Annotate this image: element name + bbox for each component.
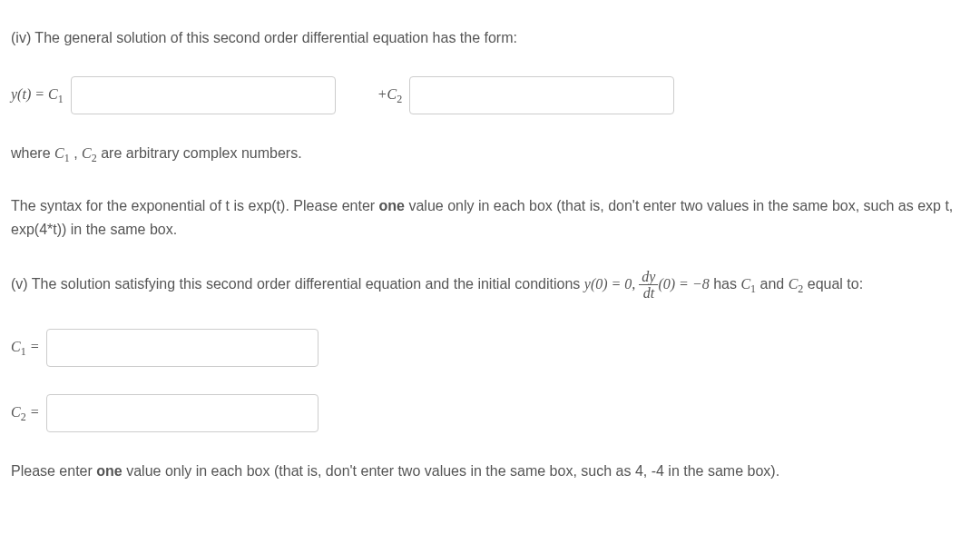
q5-mid: has: [710, 276, 741, 292]
c1-row: C1 =: [11, 329, 969, 367]
q5-c2: C: [789, 276, 799, 292]
c1-eq: =: [26, 339, 40, 354]
frac-den: dt: [639, 285, 658, 302]
where-c1: C: [54, 145, 64, 161]
q5-pre: (v) The solution satisfying this second …: [11, 276, 584, 292]
q5-note: Please enter one value only in each box …: [11, 460, 969, 483]
where-pre: where: [11, 145, 54, 161]
eq-plus: +C2: [377, 84, 402, 107]
c2-input[interactable]: [46, 394, 318, 432]
q5-c1: C: [740, 276, 750, 292]
c2-row: C2 =: [11, 394, 969, 432]
c2-label: C2 =: [11, 401, 39, 425]
q4-syntax-note: The syntax for the exponential of t is e…: [11, 194, 969, 241]
fraction-icon: dydt: [639, 269, 658, 302]
where-comma: ,: [70, 145, 82, 161]
eq-sub2: 2: [397, 93, 402, 105]
eq-plus-text: +C: [377, 86, 397, 102]
c1-label: C1 =: [11, 336, 39, 360]
q4-where: where C1 , C2 are arbitrary complex numb…: [11, 142, 969, 167]
c1-label-text: C: [11, 339, 21, 354]
q5-and: and: [756, 276, 789, 292]
eq-sub1: 1: [58, 93, 64, 105]
eq-lhs-text: y(t) = C: [11, 86, 58, 102]
q4-input-2[interactable]: [409, 76, 674, 114]
q4-equation-row: y(t) = C1 +C2: [11, 76, 969, 114]
c2-label-text: C: [11, 404, 21, 420]
syntax-pre: The syntax for the exponential of t is e…: [11, 198, 379, 213]
q5-ic2: (0) = −8: [658, 276, 709, 292]
where-post: are arbitrary complex numbers.: [97, 145, 302, 161]
syntax-bold: one: [379, 198, 405, 213]
q5-ic1: y(0) = 0,: [584, 276, 640, 292]
note-bold: one: [96, 463, 122, 479]
note-pre: Please enter: [11, 463, 96, 479]
q4-input-1[interactable]: [71, 76, 336, 114]
note-post: value only in each box (that is, don't e…: [122, 463, 779, 479]
q5-prompt: (v) The solution satisfying this second …: [11, 269, 969, 302]
c2-eq: =: [26, 404, 40, 420]
q4-prompt: (iv) The general solution of this second…: [11, 27, 969, 49]
q5-post: equal to:: [803, 276, 863, 292]
frac-num: dy: [639, 269, 658, 286]
where-c2: C: [82, 145, 92, 161]
eq-lhs: y(t) = C1: [11, 84, 64, 107]
c1-input[interactable]: [46, 329, 318, 367]
